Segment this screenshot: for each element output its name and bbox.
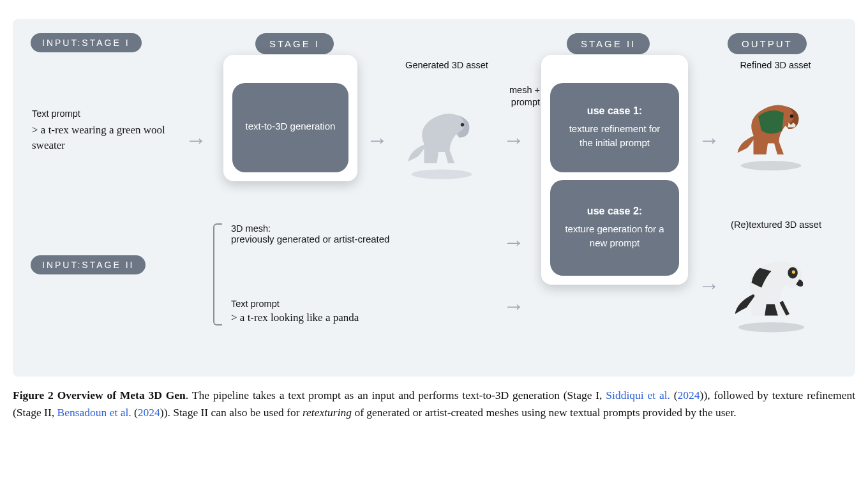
svg-point-2 [741,161,802,170]
svg-point-1 [461,123,465,127]
stage2-card: use case 1: texture refinement for the i… [541,55,688,285]
refined-asset-label: Refined 3D asset [721,60,830,70]
stage2-usecase2: use case 2: texture generation for a new… [550,180,679,276]
input2-mesh-label: 3D mesh: [231,223,474,234]
pill-input-stage-2: INPUT:STAGE II [31,255,146,274]
caption-ref2-year-link[interactable]: 2024 [138,406,160,419]
retextured-asset-label: (Re)textured 3D asset [712,220,840,230]
caption-ref2-year: 2024 [138,406,160,419]
input1-label: Text prompt [32,109,179,119]
caption-ref1-year-link[interactable]: 2024 [678,389,700,401]
caption-ref1-year: 2024 [678,389,700,401]
input2-mesh-sub: previously generated or artist-created [231,234,474,244]
input1-prompt: > a t-rex wearing a green wool sweater [32,123,179,153]
stage2-usecase1: use case 1: texture refinement for the i… [550,83,679,172]
pill-input-stage-1: INPUT:STAGE I [31,33,142,52]
arrow-icon: → [366,129,388,151]
caption-italic: retexturing [303,406,352,419]
caption-part1: . The pipeline takes a text prompt as an… [186,389,606,401]
input2-prompt-label: Text prompt [231,299,474,309]
caption-ref2-link[interactable]: Bensadoun et al. [57,406,131,419]
usecase1-title: use case 1: [563,103,666,118]
caption-fig-label: Figure 2 [13,389,54,401]
caption-ref1-link[interactable]: Siddiqui et al. [606,389,670,401]
caption-ref2-text: Bensadoun et al. [57,406,131,419]
svg-point-6 [791,270,795,273]
arrow-icon: → [503,295,525,317]
svg-point-0 [412,170,472,179]
caption-part4: of generated or artist-created meshes us… [352,406,737,419]
generated-asset-label: Generated 3D asset [389,60,504,70]
figure-caption: Figure 2 Overview of Meta 3D Gen. The pi… [13,387,855,421]
caption-fig-title: Overview of Meta 3D Gen [57,389,186,401]
arrow-icon: → [503,129,525,151]
caption-part3: ). Stage II can also be used for [164,406,303,419]
mesh-line2: prompt [511,97,540,107]
pill-stage-2: STAGE II [567,33,650,54]
arrow-icon: → [185,129,207,151]
usecase2-title: use case 2: [563,204,666,218]
generated-asset-image [391,88,493,184]
refined-asset-image [720,78,822,174]
usecase2-body: texture generation for a new prompt [563,222,666,250]
mesh-line1: mesh + [509,85,540,95]
input2-prompt: > a t-rex looking like a panda [231,310,474,326]
svg-point-4 [738,322,804,332]
usecase1-body: texture refinement for the initial promp… [563,122,666,150]
retextured-asset-image [720,236,822,332]
stage1-card: text-to-3D generation [223,55,357,181]
arrow-icon: → [698,129,720,151]
pill-output: OUTPUT [728,33,807,54]
trex-refined-icon [723,78,819,174]
diagram-container: INPUT:STAGE I STAGE I STAGE II OUTPUT Te… [13,19,855,377]
arrow-icon: → [503,231,525,253]
mesh-plus-prompt-label: mesh + prompt [495,84,540,109]
caption-ref1-text: Siddiqui et al. [606,389,670,401]
arrow-icon: → [698,274,720,296]
stage1-block-title: text-to-3D generation [245,119,336,133]
trex-gray-icon [394,88,490,184]
pill-stage-1: STAGE I [255,33,334,54]
svg-point-3 [790,114,794,118]
bracket-icon [213,223,222,326]
stage1-block: text-to-3D generation [232,83,348,172]
trex-panda-icon [722,235,821,334]
